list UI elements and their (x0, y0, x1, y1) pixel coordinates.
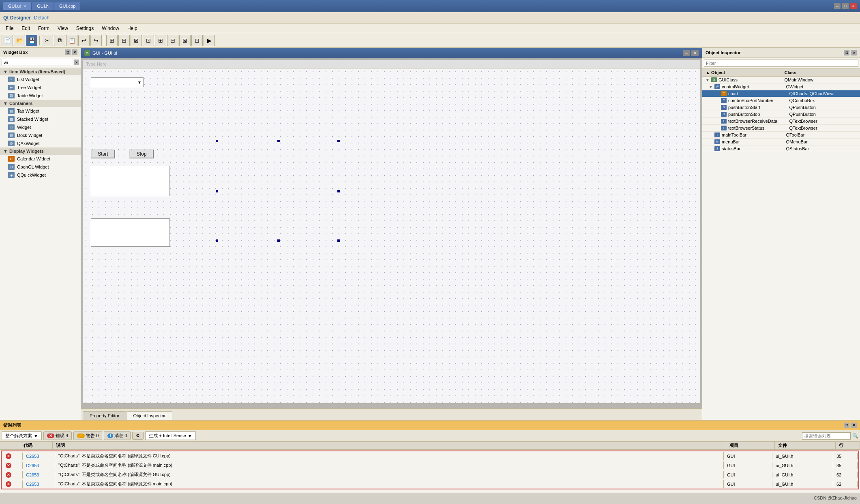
layout3-button[interactable]: ⊠ (131, 35, 142, 46)
menu-bar: File Edit Form View Settings Window Help (0, 23, 860, 33)
obj-row-menubar[interactable]: M menuBar QMenuBar (702, 139, 860, 145)
layout8-button[interactable]: ⊡ (191, 35, 203, 46)
filter-input[interactable] (704, 60, 858, 67)
copy-button[interactable]: ⧉ (54, 35, 65, 46)
save-button[interactable]: 💾 (26, 35, 37, 46)
expand-central-icon[interactable]: ▼ (709, 85, 713, 89)
undo-button[interactable]: ↩ (78, 35, 90, 46)
canvas-combobox[interactable]: ▼ (91, 77, 144, 87)
err-row3-file: ui_GUI.h (772, 472, 833, 478)
layout7-button[interactable]: ⊠ (179, 35, 191, 46)
obj-cell-combo-name: C comboBoxPortNumber (702, 97, 786, 104)
widget-box-close[interactable]: ✕ (72, 49, 77, 55)
qax-widget-item[interactable]: ⊘ QAxWidget (0, 139, 81, 147)
designer-win-title-label: GUI - GUI.ui (92, 51, 117, 56)
category-item-based[interactable]: ▼ Item Widgets (Item-Based) (0, 68, 81, 75)
tab-gui-ui[interactable]: GUI.ui ✕ (3, 2, 31, 10)
info-filter-btn[interactable]: ℹ 消息 0 (104, 431, 131, 440)
opengl-widget-label: OpenGL Widget (17, 164, 49, 169)
list-widget-item[interactable]: ≡ List Widget (0, 75, 81, 83)
menu-edit[interactable]: Edit (17, 25, 34, 32)
menu-form[interactable]: Form (34, 25, 54, 32)
layout1-button[interactable]: ⊞ (106, 35, 118, 46)
type-here-label[interactable]: Type Here (86, 62, 107, 66)
layout5-button[interactable]: ⊞ (155, 35, 166, 46)
menu-help[interactable]: Help (123, 25, 142, 32)
tree-widget-item[interactable]: ⊢ Tree Widget (0, 83, 81, 92)
layout4-button[interactable]: ⊡ (143, 35, 154, 46)
error-row-1[interactable]: ✕ C2653 "QtCharts": 不是类或命名空间名称 (编译源文件 GU… (2, 451, 858, 461)
widget-box-float[interactable]: ⊡ (65, 49, 71, 55)
obj-row-statusbar[interactable]: S statusBar QStatusBar (702, 145, 860, 152)
layout6-button[interactable]: ⊟ (167, 35, 178, 46)
canvas-stop-button[interactable]: Stop (129, 149, 154, 158)
extra-filter-btn[interactable]: ⚙ (132, 432, 144, 440)
obj-row-combobox[interactable]: C comboBoxPortNumber QComboBox (702, 97, 860, 104)
qt-bar: Qt Designer Detach (0, 12, 860, 23)
scope-dropdown[interactable]: 整个解决方案 ▼ (2, 431, 42, 440)
statusbar-type-icon: S (714, 146, 720, 151)
obj-row-guiclass[interactable]: ▼ G GUIClass QMainWindow (702, 77, 860, 83)
redo-button[interactable]: ↪ (90, 35, 102, 46)
widget-search-clear[interactable]: ✕ (74, 60, 79, 65)
designer-close-btn[interactable]: ✕ (691, 50, 699, 56)
canvas-textbrowser1[interactable] (91, 166, 170, 196)
obj-cell-chart-name: C chart (702, 90, 786, 97)
stacked-widget-item[interactable]: ▦ Stacked Widget (0, 115, 81, 123)
menu-file[interactable]: File (2, 25, 17, 32)
widget-search-input[interactable] (2, 59, 72, 66)
obj-row-pushbtnstop[interactable]: B pushButtonStop QPushButton (702, 111, 860, 118)
search-error-input[interactable] (802, 432, 851, 440)
minimize-button[interactable]: ─ (834, 3, 841, 9)
obj-row-pushbtnstart[interactable]: B pushButtonStart QPushButton (702, 104, 860, 111)
warning-filter-btn[interactable]: ⚠ 警告 0 (73, 431, 102, 440)
calendar-widget-item[interactable]: 12 Calendar Widget (0, 155, 81, 163)
error-panel-close[interactable]: ✕ (851, 423, 857, 428)
object-tree-header: ▲ Object Class (702, 69, 860, 77)
menu-settings[interactable]: Settings (72, 25, 98, 32)
tab-gui-cpp[interactable]: GUI.cpp (54, 2, 80, 10)
paste-button[interactable]: 📋 (66, 35, 77, 46)
error-panel-float[interactable]: ⊡ (844, 423, 849, 428)
tab-widget-item[interactable]: ▤ Tab Widget (0, 107, 81, 115)
obj-row-centralwidget[interactable]: ▼ W centralWidget QWidget (702, 83, 860, 90)
close-button[interactable]: ✕ (850, 3, 857, 9)
obj-row-textbrowser-status[interactable]: T textBrowserStatus QTextBrowser (702, 125, 860, 132)
menu-window[interactable]: Window (98, 25, 123, 32)
tab-object-inspector-bottom[interactable]: Object Inspector (126, 411, 172, 420)
error-row-2[interactable]: ✕ C2653 "QtCharts": 不是类或命名空间名称 (编译源文件 ma… (2, 461, 858, 470)
preview-button[interactable]: ▶ (204, 35, 215, 46)
tab-gui-ui-close[interactable]: ✕ (23, 4, 26, 9)
build-dropdown[interactable]: 生成 + IntelliSense ▼ (145, 431, 195, 440)
error-filter-btn[interactable]: ✕ 错误 4 (43, 431, 72, 440)
maximize-button[interactable]: □ (842, 3, 849, 9)
canvas-start-button[interactable]: Start (91, 149, 115, 158)
opengl-widget-item[interactable]: ⊡ OpenGL Widget (0, 163, 81, 171)
menu-view[interactable]: View (54, 25, 72, 32)
widget-item[interactable]: □ Widget (0, 123, 81, 131)
canvas-textbrowser2[interactable] (91, 218, 170, 247)
table-widget-item[interactable]: ⊞ Table Widget (0, 92, 81, 100)
cut-button[interactable]: ✂ (42, 35, 53, 46)
obj-row-textbrowser-receive[interactable]: T textBrowserReceiveData QTextBrowser (702, 118, 860, 125)
new-button[interactable]: 📄 (2, 35, 13, 46)
obj-row-toolbar[interactable]: T mainToolBar QToolBar (702, 132, 860, 139)
open-button[interactable]: 📂 (14, 35, 25, 46)
category-containers[interactable]: ▼ Containers (0, 100, 81, 107)
detach-link[interactable]: Detach (34, 15, 49, 21)
layout2-button[interactable]: ⊟ (118, 35, 130, 46)
dock-widget-item[interactable]: ⊟ Dock Widget (0, 131, 81, 139)
designer-minimize-btn[interactable]: ─ (683, 50, 690, 56)
obj-inspector-close-btn[interactable]: ✕ (851, 50, 857, 56)
obj-cell-guiclass-name: ▼ G GUIClass (702, 77, 781, 83)
obj-inspector-float-btn[interactable]: ⊡ (844, 50, 849, 56)
expand-guiclass-icon[interactable]: ▼ (706, 78, 710, 82)
tab-gui-h[interactable]: GUI.h (32, 2, 54, 10)
obj-row-chart[interactable]: C chart QtCharts::QChartView (702, 90, 860, 97)
error-row-3[interactable]: ✕ C2653 "QtCharts": 不是类或命名空间名称 (编译源文件 GU… (2, 470, 858, 479)
form-canvas[interactable]: ▼ Start Stop (83, 68, 700, 403)
tab-property-editor[interactable]: Property Editor (83, 411, 126, 420)
category-display[interactable]: ▼ Display Widgets (0, 147, 81, 155)
qquick-widget-item[interactable]: ◈ QQuickWidget (0, 171, 81, 179)
error-row-4[interactable]: ✕ C2653 "QtCharts": 不是类或命名空间名称 (编译源文件 ma… (2, 479, 858, 489)
